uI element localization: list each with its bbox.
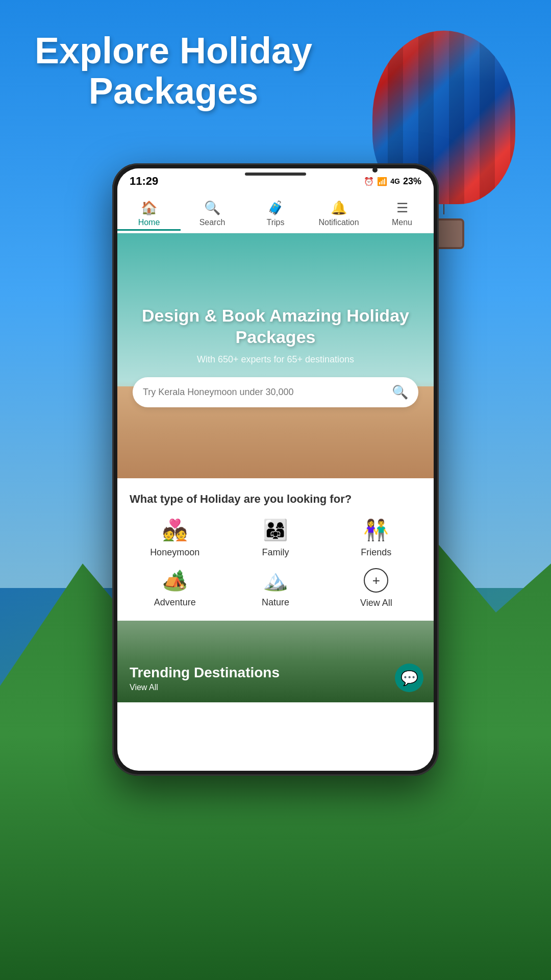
holiday-adventure[interactable]: 🏕️ Adventure (130, 568, 220, 608)
honeymoon-label: Honeymoon (150, 547, 199, 558)
balloon-rope (443, 204, 444, 214)
honeymoon-icon: 💑 (162, 518, 188, 542)
holiday-grid: 💑 Honeymoon 👨‍👩‍👧 Family 👫 Friends 🏕️ Ad… (130, 518, 421, 608)
page-title: Explore Holiday Packages (0, 31, 347, 111)
trips-icon: 🧳 (267, 200, 284, 216)
status-icons: ⏰ 📶 4G 23% (364, 176, 421, 187)
view-all-circle-icon: + (364, 568, 388, 593)
search-submit-icon[interactable]: 🔍 (392, 384, 408, 400)
nav-notification-label: Notification (318, 218, 359, 227)
holiday-section: What type of Holiday are you looking for… (117, 478, 434, 621)
nature-label: Nature (262, 597, 289, 608)
holiday-friends[interactable]: 👫 Friends (331, 518, 421, 558)
nature-icon: 🏔️ (263, 568, 288, 592)
friends-label: Friends (361, 547, 391, 558)
notification-icon: 🔔 (331, 200, 347, 216)
phone-frame: 11:29 ⏰ 📶 4G 23% 🏠 Home 🔍 Search 🧳 Trips (112, 163, 439, 776)
nav-notification[interactable]: 🔔 Notification (307, 198, 370, 231)
trending-title: Trending Destinations (130, 665, 421, 681)
hero-subtitle: With 650+ experts for 65+ destinations (197, 354, 354, 365)
holiday-nature[interactable]: 🏔️ Nature (230, 568, 320, 608)
signal-icon: 📶 (377, 177, 387, 186)
nav-home-label: Home (138, 218, 160, 227)
view-all-label: View All (360, 598, 392, 608)
section-question: What type of Holiday are you looking for… (130, 493, 421, 506)
friends-icon: 👫 (363, 518, 389, 542)
hero-title: Design & Book Amazing Holiday Packages (133, 305, 418, 348)
title-line1: Explore Holiday (35, 30, 312, 71)
chat-bubble-button[interactable]: 💬 (395, 664, 423, 692)
adventure-icon: 🏕️ (162, 568, 188, 592)
search-input[interactable] (143, 387, 392, 398)
search-bar[interactable]: 🔍 (133, 377, 418, 407)
nav-search-label: Search (199, 218, 226, 227)
holiday-view-all[interactable]: + View All (331, 568, 421, 608)
nav-menu[interactable]: ☰ Menu (370, 198, 434, 231)
status-time: 11:29 (130, 175, 158, 188)
phone-notch (245, 173, 306, 176)
phone-screen: 11:29 ⏰ 📶 4G 23% 🏠 Home 🔍 Search 🧳 Trips (117, 168, 434, 771)
trending-section: Trending Destinations View All 💬 (117, 621, 434, 702)
title-line2: Packages (89, 70, 258, 111)
holiday-honeymoon[interactable]: 💑 Honeymoon (130, 518, 220, 558)
family-label: Family (262, 547, 289, 558)
phone-camera (372, 167, 378, 173)
menu-icon: ☰ (396, 200, 408, 216)
trending-viewall[interactable]: View All (130, 683, 421, 692)
family-icon: 👨‍👩‍👧 (263, 518, 288, 542)
nav-menu-label: Menu (392, 218, 412, 227)
nav-home[interactable]: 🏠 Home (117, 198, 181, 231)
nav-search[interactable]: 🔍 Search (181, 198, 244, 231)
bottom-nav: 🏠 Home 🔍 Search 🧳 Trips 🔔 Notification ☰… (117, 194, 434, 233)
nav-trips[interactable]: 🧳 Trips (244, 198, 307, 231)
home-icon: 🏠 (141, 200, 157, 216)
adventure-label: Adventure (154, 597, 196, 608)
alarm-icon: ⏰ (364, 177, 374, 186)
battery-level: 23% (403, 176, 421, 187)
hero-section: Design & Book Amazing Holiday Packages W… (117, 233, 434, 478)
holiday-family[interactable]: 👨‍👩‍👧 Family (230, 518, 320, 558)
nav-trips-label: Trips (267, 218, 285, 227)
network-icon: 4G (390, 177, 400, 185)
search-icon: 🔍 (204, 200, 220, 216)
